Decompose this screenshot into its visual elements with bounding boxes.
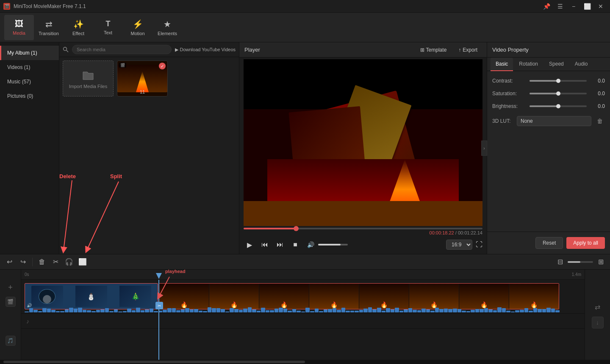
volume-area: 🔊 <box>305 239 348 251</box>
export-button[interactable]: ↑ Export <box>454 45 482 55</box>
playhead-marker[interactable] <box>156 273 162 279</box>
wave-bar <box>372 309 377 312</box>
export-icon: ↑ <box>458 47 461 53</box>
split-clip-button[interactable]: ✂ <box>50 256 61 268</box>
import-media-tile[interactable]: Import Media Files <box>63 61 114 97</box>
zoom-slider[interactable] <box>568 261 593 263</box>
saturation-slider[interactable] <box>530 93 587 94</box>
wave-bar <box>190 309 194 312</box>
holiday-frame-3: 🎄 <box>119 286 151 307</box>
sidebar-item-music[interactable]: Music (57) <box>0 74 59 89</box>
wave-bar <box>426 309 430 312</box>
wave-bar <box>118 312 122 312</box>
playhead-line <box>158 280 159 360</box>
video-track-row: ⛄ 🎄 🔊 🔥 🔥 🔥 🔥 🔥 🔥 🔥 🔥 <box>21 280 585 314</box>
wave-bar <box>430 311 435 312</box>
effect-icon: ✨ <box>73 19 84 29</box>
brightness-label: Brightness: <box>492 103 526 109</box>
play-button[interactable]: ▶ <box>244 239 255 251</box>
next-frame-button[interactable]: ⏭ <box>274 239 286 251</box>
maximize-button[interactable]: ⬜ <box>581 2 593 11</box>
aspect-ratio-select[interactable]: 16:9 9:16 1:1 4:3 <box>446 240 472 250</box>
template-button[interactable]: ⊞ Template <box>416 45 451 55</box>
sidebar: My Album (1) Videos (1) Music (57) Pictu… <box>0 42 59 254</box>
video-clip-fire[interactable]: 🔥 🔥 🔥 🔥 🔥 🔥 🔥 🔥 <box>159 283 559 309</box>
reset-button[interactable]: Reset <box>535 237 563 249</box>
wave-bar <box>114 309 118 312</box>
toolbar-item-motion[interactable]: ⚡ Motion <box>123 15 152 40</box>
toolbar-item-effect[interactable]: ✨ Effect <box>64 15 93 40</box>
window-controls: 📌 ☰ − ⬜ ✕ <box>541 2 607 11</box>
wave-bar <box>471 310 475 312</box>
zoom-out-button[interactable]: ⊟ <box>554 256 566 268</box>
track-swap-button[interactable]: ⇄ <box>592 301 604 313</box>
svg-line-1 <box>67 50 69 52</box>
wave-bar <box>488 309 493 312</box>
menu-button[interactable]: ☰ <box>554 2 566 11</box>
video-thumb-fire[interactable]: ✓ 🎬 11 <box>117 61 168 97</box>
tab-audio[interactable]: Audio <box>570 58 593 71</box>
saturation-label: Saturation: <box>492 91 526 97</box>
minimize-button[interactable]: − <box>568 2 580 11</box>
zoom-in-button[interactable]: ⊞ <box>595 256 607 268</box>
apply-all-button[interactable]: Apply to all <box>566 237 605 249</box>
video-clip-holiday[interactable]: ⛄ 🎄 🔊 <box>25 283 158 309</box>
wave-bar <box>239 310 243 312</box>
wave-bar <box>511 312 515 312</box>
download-youtube-button[interactable]: ▶ Download YouTube Videos <box>175 47 236 52</box>
time-display: 00:00:18.22 / 00:01:22.14 <box>244 229 482 236</box>
prev-frame-button[interactable]: ⏮ <box>259 239 271 251</box>
template-icon: ⊞ <box>420 47 424 53</box>
pin-button[interactable]: 📌 <box>541 2 552 11</box>
undo-button[interactable]: ↩ <box>3 256 15 268</box>
toolbar-item-transition[interactable]: ⇄ Transition <box>34 15 64 40</box>
wave-bar <box>60 311 64 312</box>
tab-basic[interactable]: Basic <box>491 58 513 71</box>
lut-select[interactable]: None <box>517 116 591 126</box>
contrast-slider[interactable] <box>530 80 587 82</box>
toolbar-item-media[interactable]: 🖼 Media <box>4 15 34 40</box>
fullscreen-button[interactable]: ⛶ <box>476 241 482 248</box>
wave-bar <box>212 308 216 312</box>
sidebar-item-album[interactable]: My Album (1) <box>0 46 59 60</box>
sidebar-item-videos[interactable]: Videos (1) <box>0 60 59 74</box>
text-icon: T <box>106 19 111 28</box>
lut-delete-button[interactable]: 🗑 <box>595 116 605 126</box>
toolbar: 🖼 Media ⇄ Transition ✨ Effect T Text ⚡ M… <box>0 13 610 42</box>
tab-speed[interactable]: Speed <box>544 58 569 71</box>
tab-rotation[interactable]: Rotation <box>514 58 543 71</box>
wave-bar <box>529 311 533 312</box>
brightness-slider[interactable] <box>530 105 587 107</box>
audio-detach-button[interactable]: 🎧 <box>63 256 75 268</box>
delete-clip-button[interactable]: 🗑 <box>36 256 48 268</box>
volume-button[interactable]: 🔊 <box>305 239 316 251</box>
stop-button[interactable]: ■ <box>289 239 301 251</box>
total-time: 00:01:22.14 <box>458 230 482 235</box>
wave-bar <box>435 308 439 312</box>
h-scrollbar-thumb[interactable] <box>3 361 305 363</box>
wave-bar <box>399 311 404 312</box>
crop-button[interactable]: ⬜ <box>77 256 89 268</box>
panel-expand-button[interactable]: › <box>481 141 487 156</box>
toolbar-item-text[interactable]: T Text <box>93 15 123 40</box>
wave-bar <box>100 309 105 312</box>
wave-bar <box>542 309 546 312</box>
svg-point-0 <box>64 47 67 51</box>
redo-button[interactable]: ↪ <box>17 256 29 268</box>
motion-icon: ⚡ <box>133 19 143 29</box>
wave-bar <box>497 307 502 312</box>
add-track-button[interactable]: + <box>5 281 17 293</box>
wave-bar <box>248 307 252 312</box>
toolbar-item-elements[interactable]: ★ Elements <box>152 15 182 40</box>
progress-track[interactable] <box>244 228 482 229</box>
track-download-button[interactable]: ↓ <box>592 317 604 328</box>
close-button[interactable]: ✕ <box>595 2 607 11</box>
sidebar-item-pictures[interactable]: Pictures (0) <box>0 89 59 103</box>
wave-bar <box>444 309 448 312</box>
progress-thumb <box>294 226 299 231</box>
search-input[interactable] <box>72 45 172 54</box>
export-label: Export <box>463 47 477 53</box>
volume-slider[interactable] <box>318 244 348 245</box>
wave-bar <box>377 308 381 312</box>
track-right-panel: ⇄ ↓ <box>585 270 610 360</box>
